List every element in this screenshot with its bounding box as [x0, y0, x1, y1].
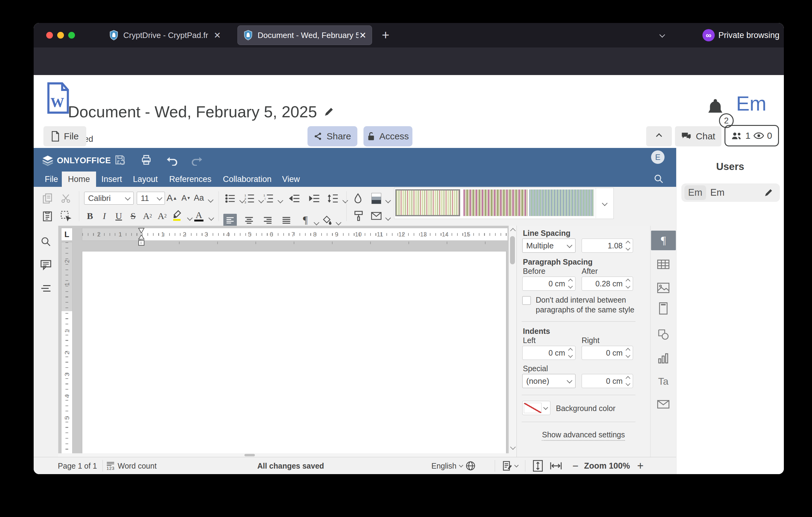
- multilevel-list-button[interactable]: 1i: [263, 194, 274, 203]
- copy-style-button[interactable]: [354, 211, 364, 221]
- chevron-down-icon[interactable]: [385, 215, 391, 220]
- share-button[interactable]: Share: [308, 126, 357, 146]
- navigation-headings-icon[interactable]: [40, 284, 51, 293]
- tab-close-icon[interactable]: ✕: [213, 30, 221, 40]
- zoom-out-button[interactable]: −: [573, 460, 579, 472]
- rename-pencil-icon[interactable]: [324, 107, 334, 117]
- styles-gallery-expand[interactable]: [596, 188, 613, 218]
- h-ruler[interactable]: 21123456789101112131415: [82, 228, 508, 241]
- indent-left-input[interactable]: 0 cm: [522, 346, 576, 360]
- highlight-color-button[interactable]: [172, 210, 181, 221]
- list-tabs-chevron-icon[interactable]: [659, 32, 665, 37]
- align-center-button[interactable]: [244, 216, 254, 225]
- tab-stop-selector[interactable]: L: [61, 228, 72, 241]
- redo-icon[interactable]: [191, 155, 204, 166]
- bullet-list-button[interactable]: [225, 194, 236, 203]
- align-right-button[interactable]: [263, 216, 272, 225]
- vertical-scrollbar[interactable]: [509, 226, 517, 453]
- indent-right-input[interactable]: 0 cm: [582, 346, 633, 360]
- clear-style-button[interactable]: [353, 193, 363, 204]
- tab-cryptdrive[interactable]: CryptDrive - CryptPad.fr ✕: [103, 25, 237, 45]
- text-art-settings-tab[interactable]: Ta: [658, 376, 668, 387]
- user-list-item[interactable]: Em Em: [682, 184, 780, 202]
- special-amount-input[interactable]: 0 cm: [582, 374, 633, 388]
- indent-marker[interactable]: [137, 227, 145, 247]
- find-search-icon[interactable]: [654, 174, 664, 184]
- shape-settings-tab[interactable]: [658, 329, 669, 340]
- style-preview-heading1[interactable]: [463, 189, 528, 216]
- tab-file[interactable]: File: [40, 171, 62, 187]
- table-settings-tab[interactable]: [657, 260, 669, 269]
- spacing-after-input[interactable]: 0.28 cm: [582, 277, 633, 291]
- file-menu-button[interactable]: File: [44, 126, 86, 146]
- justify-button[interactable]: [282, 216, 291, 225]
- mail-merge-button[interactable]: [371, 212, 381, 220]
- show-advanced-settings-link[interactable]: Show advanced settings: [542, 430, 625, 441]
- zoom-in-button[interactable]: +: [637, 459, 643, 472]
- chat-button[interactable]: Chat: [675, 126, 721, 146]
- document-title[interactable]: Document - Wed, February 5, 2025: [68, 103, 317, 121]
- line-spacing-amount[interactable]: 1.08: [582, 239, 633, 253]
- change-case-button[interactable]: Aa: [194, 193, 204, 203]
- background-color-picker[interactable]: [522, 401, 550, 415]
- macos-minimize-button[interactable]: [57, 32, 64, 38]
- fit-page-button[interactable]: [533, 460, 543, 472]
- interval-checkbox[interactable]: [522, 296, 531, 305]
- collapse-toolbar-button[interactable]: [646, 126, 672, 146]
- save-icon[interactable]: [114, 154, 126, 166]
- tab-collaboration[interactable]: Collaboration: [220, 171, 275, 187]
- new-tab-button[interactable]: +: [382, 28, 389, 43]
- subscript-button[interactable]: A2: [157, 211, 167, 221]
- account-avatar-text[interactable]: Em: [736, 92, 766, 115]
- chevron-down-icon[interactable]: [208, 215, 214, 220]
- comments-icon[interactable]: [40, 260, 52, 270]
- paragraph-settings-tab-active[interactable]: ¶: [651, 230, 676, 250]
- access-button[interactable]: Access: [364, 126, 412, 146]
- chart-settings-tab[interactable]: [658, 353, 669, 364]
- horizontal-scrollbar[interactable]: [58, 453, 517, 457]
- tab-close-icon[interactable]: ✕: [359, 30, 366, 40]
- tab-references[interactable]: References: [166, 171, 215, 187]
- increase-font-button[interactable]: A▲: [167, 193, 177, 203]
- macos-zoom-button[interactable]: [68, 32, 75, 38]
- macos-close-button[interactable]: [46, 32, 53, 38]
- print-icon[interactable]: [140, 154, 152, 166]
- language-selector[interactable]: English: [431, 461, 475, 471]
- undo-icon[interactable]: [165, 155, 178, 166]
- document-page[interactable]: [82, 251, 506, 457]
- vertical-scroll-thumb[interactable]: [510, 236, 515, 264]
- chevron-down-icon[interactable]: [208, 197, 213, 202]
- paste-icon[interactable]: [42, 210, 53, 222]
- horizontal-scroll-thumb[interactable]: [244, 454, 255, 456]
- chevron-down-icon[interactable]: [314, 220, 319, 225]
- color-scheme-button[interactable]: [371, 193, 381, 204]
- chevron-down-icon[interactable]: [278, 197, 283, 203]
- chevron-down-icon[interactable]: [342, 197, 348, 203]
- tab-home[interactable]: Home: [62, 171, 96, 187]
- fit-width-button[interactable]: [550, 461, 562, 470]
- headers-footers-settings-tab[interactable]: [659, 302, 668, 315]
- paragraph-shading-button[interactable]: [322, 215, 332, 225]
- word-count-button[interactable]: 123 Word count: [107, 462, 157, 470]
- chevron-down-icon[interactable]: [336, 220, 341, 225]
- select-all-icon[interactable]: [60, 211, 71, 221]
- mail-merge-settings-tab[interactable]: [657, 400, 669, 409]
- style-preview-heading2[interactable]: [529, 189, 594, 216]
- spacing-before-input[interactable]: 0 cm: [522, 277, 576, 291]
- chevron-down-icon[interactable]: [239, 197, 245, 203]
- font-family-select[interactable]: Calibri: [84, 192, 134, 205]
- track-changes-button[interactable]: [503, 461, 518, 471]
- search-icon[interactable]: [40, 236, 51, 247]
- line-spacing-select[interactable]: Multiple: [522, 239, 576, 253]
- increase-indent-button[interactable]: [309, 194, 320, 203]
- tab-insert[interactable]: Insert: [98, 171, 125, 187]
- page-indicator[interactable]: Page 1 of 1: [58, 462, 97, 470]
- decrease-font-button[interactable]: A▼: [181, 193, 191, 203]
- copy-icon[interactable]: [42, 193, 53, 204]
- tab-document-active[interactable]: Document - Wed, February 5, 2 ✕: [237, 25, 372, 45]
- font-size-select[interactable]: 11: [137, 192, 165, 205]
- special-select[interactable]: (none): [522, 374, 576, 388]
- font-color-button[interactable]: A: [194, 211, 203, 221]
- chevron-down-icon[interactable]: [385, 197, 391, 203]
- image-settings-tab[interactable]: [657, 283, 669, 293]
